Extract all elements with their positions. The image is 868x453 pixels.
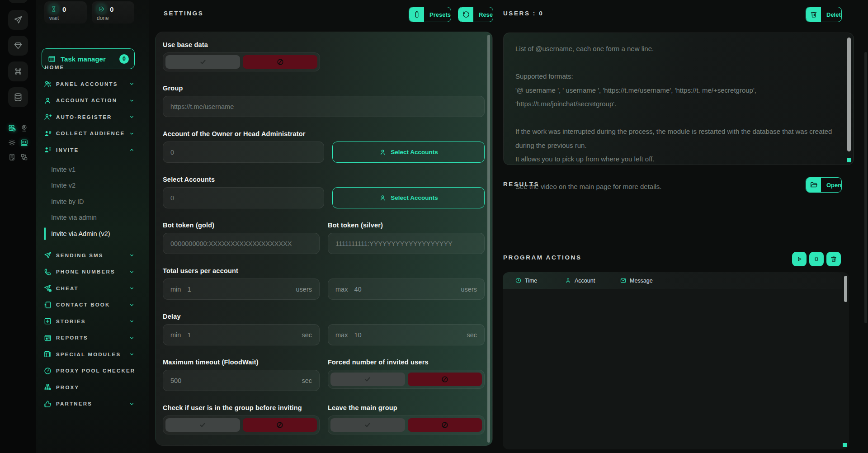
prohibit-icon [440,374,450,384]
network-icon [43,383,52,392]
sidebar-item-proxy[interactable]: PROXY [36,379,149,396]
folder-open-icon [810,181,818,189]
sidebar-item-phone-numbers[interactable]: PHONE NUMBERS [36,264,149,280]
presets-button-label: Presets [424,11,451,18]
check-icon [198,420,207,429]
sidebar-item-panel-accounts[interactable]: PANEL ACCOUNTS [36,76,149,93]
delay-max-input[interactable]: max 10 sec [328,324,485,345]
sidebar-item-proxy-pool-checker[interactable]: PROXY POOL CHECKER [36,363,149,379]
page-scrollbar[interactable] [864,52,867,323]
sidebar-item-account-action[interactable]: ACCOUNT ACTION [36,92,149,109]
users-textarea[interactable]: List of @username, each one form a new l… [503,33,854,165]
toggle-off-option[interactable] [408,418,482,432]
program-actions-table: TimeAccountMessage [503,272,849,449]
use-base-data-toggle [163,52,320,71]
submenu-item-invite-v1[interactable]: Invite v1 [36,161,149,178]
presets-button[interactable]: Presets [409,7,451,22]
sidebar-item-sending-sms[interactable]: SENDING SMS [36,247,149,264]
select-accounts-count-input[interactable] [163,187,324,208]
users-resize-handle[interactable] [847,158,851,162]
hourglass-icon [51,6,57,12]
chevron-down-icon [128,401,135,407]
sidebar-item-reports[interactable]: REPORTS [36,330,149,346]
check-circle-chip [97,5,106,14]
done-label: done [97,15,134,21]
trash-icon-chip [806,7,821,22]
open-button[interactable]: Open [806,177,842,193]
toggle-on-option[interactable] [330,373,405,386]
timeout-input[interactable]: 500 sec [163,370,320,391]
owner-select-accounts-button[interactable]: Select Accounts [332,142,485,163]
document-check-icon[interactable] [8,153,16,161]
chevron-down-icon [128,285,135,292]
icon-rail [0,0,36,453]
play-button[interactable] [792,252,807,266]
server-check-icon[interactable] [8,124,16,132]
toggle-on-option[interactable] [165,418,240,432]
rail-database-button[interactable] [8,87,28,107]
stop-button[interactable] [809,252,824,266]
rail-command-button[interactable] [8,61,28,81]
sidebar-item-partners[interactable]: PARTNERS [36,396,149,412]
sidebar-item-home[interactable]: HOME [36,59,149,76]
rail-send-button[interactable] [8,10,28,30]
delete-button[interactable]: Delete [806,7,842,22]
sidebar-item-auto-register[interactable]: AUTO-REGISTER [36,109,149,126]
toggle-off-option[interactable] [243,55,317,69]
toggle-off-option[interactable] [408,373,482,386]
reset-button[interactable]: Reset [458,7,493,22]
sidebar-item-cheat[interactable]: CHEAT [36,280,149,297]
submenu-item-invite-by-id[interactable]: Invite by ID [36,193,149,210]
chevron-down-icon [128,351,135,358]
table-header: TimeAccountMessage [503,272,842,289]
bot-token-silver-input[interactable] [328,233,485,254]
sidebar-item-special-modules[interactable]: SPECIAL MODULES [36,346,149,363]
column-header-account: Account [565,272,595,289]
forced-invites-label: Forced number of invited users [328,359,485,366]
users-title: USERS : 0 [503,10,543,17]
results-title: RESULTS [503,181,539,188]
delay-label: Delay [163,313,485,320]
total-users-max-input[interactable]: max 40 users [328,278,485,300]
users-scrollbar[interactable] [847,38,851,151]
clock-icon [515,277,522,284]
column-header-message: Message [620,272,653,289]
check-icon [363,375,372,384]
owner-label: Account of the Owner or Head Administrat… [163,130,485,137]
swap-icon[interactable] [20,153,28,161]
gear-icon[interactable] [8,138,16,147]
chevron-down-icon [128,252,135,259]
toggle-on-option[interactable] [330,418,405,432]
toggle-on-option[interactable] [165,55,240,69]
toggle-off-option[interactable] [243,418,317,432]
hourglass-chip [49,5,58,14]
webcam-icon[interactable] [20,124,28,132]
table-scrollbar[interactable] [844,276,847,302]
select-accounts-button[interactable]: Select Accounts [332,187,485,208]
check-icon [198,57,208,66]
bot-token-gold-input[interactable] [163,233,320,254]
owner-id-input[interactable] [163,142,324,163]
wait-label: wait [49,15,87,21]
sidebar-item-stories[interactable]: STORIES [36,313,149,330]
database-icon [13,92,23,102]
done-stat-card: 0 done [92,1,134,24]
rail-diamond-button[interactable] [8,36,28,56]
rail-top-cut-button[interactable] [8,0,28,3]
trash-button[interactable] [826,252,841,266]
sidebar-item-collect-audience[interactable]: COLLECT AUDIENCE [36,125,149,142]
chevron-down-icon [128,130,135,137]
submenu-item-invite-via-admin-v2[interactable]: Invite via Admin (v2) [36,226,149,242]
total-users-min-input[interactable]: min 1 users [163,278,320,300]
code-window-icon[interactable] [20,138,28,147]
submenu-item-invite-via-admin[interactable]: Invite via admin [36,210,149,226]
sidebar-item-invite[interactable]: INVITE [36,142,149,159]
group-input[interactable] [163,96,485,117]
delay-min-input[interactable]: min 1 sec [163,324,320,345]
table-resize-handle[interactable] [843,443,847,447]
chevron-down-icon [128,318,135,325]
users-placeholder: List of @username, each one form a new l… [515,42,834,194]
settings-scrollbar[interactable] [487,35,490,443]
submenu-item-invite-v2[interactable]: Invite v2 [36,178,149,194]
sidebar-item-contact-book[interactable]: CONTACT BOOK [36,297,149,313]
